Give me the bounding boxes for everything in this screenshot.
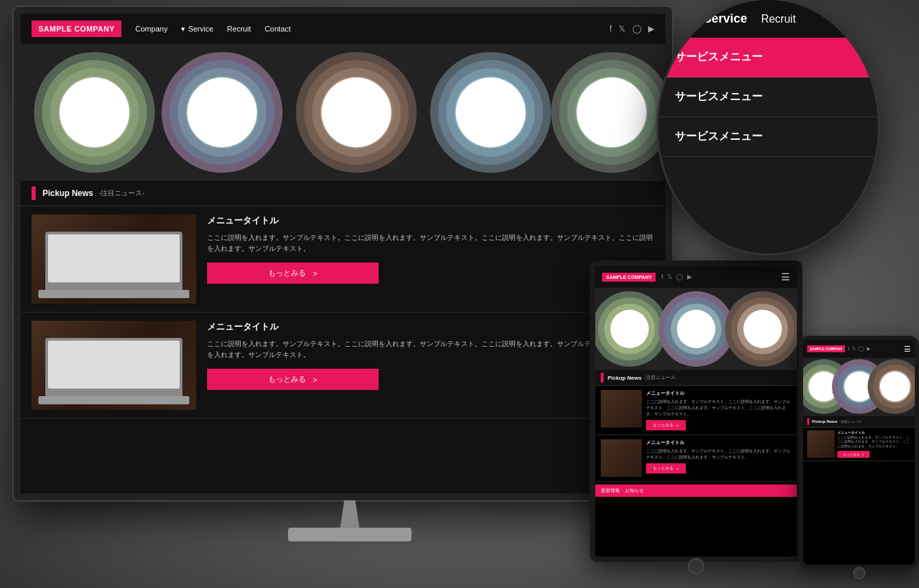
dropdown-item-3[interactable]: サービスメニュー xyxy=(658,117,878,157)
website-desktop: SAMPLE COMPANY Company ▾ Service Recruit… xyxy=(21,14,665,493)
tablet-logo[interactable]: SAMPLE COMPANY xyxy=(602,273,656,282)
tablet-news-header: Pickup News -注目ニュース- xyxy=(595,370,797,386)
dropdown-item-2[interactable]: サービスメニュー xyxy=(658,77,878,117)
news-content: メニュータイトル ここに説明を入れます。サンプルテキスト。ここに説明を入れます。… xyxy=(196,321,654,390)
monitor-stand xyxy=(288,500,411,541)
dropdown-item-1[interactable]: サービスメニュー xyxy=(658,38,878,77)
tablet-youtube-icon[interactable]: ▶ xyxy=(687,273,692,280)
monitor-neck xyxy=(336,500,363,528)
laptop-image xyxy=(32,321,196,410)
tablet-hamburger-icon[interactable]: ☰ xyxy=(781,271,790,282)
tablet-social: f 𝕏 ◯ ▶ xyxy=(661,273,781,280)
tablet-website: SAMPLE COMPANY f 𝕏 ◯ ▶ ☰ xyxy=(595,266,797,556)
more-button[interactable]: もっとみる > xyxy=(207,369,379,390)
tablet-instagram-icon[interactable]: ◯ xyxy=(676,273,683,280)
monitor: SAMPLE COMPANY Company ▾ Service Recruit… xyxy=(14,7,686,541)
desktop-navbar: SAMPLE COMPANY Company ▾ Service Recruit… xyxy=(21,14,665,44)
desktop-social-links: f 𝕏 ◯ ▶ xyxy=(610,24,654,34)
monitor-base xyxy=(288,528,411,541)
phone-screen: SAMPLE COMPANY f 𝕏 ◯ ▶ ☰ xyxy=(799,336,919,569)
tablet-device: SAMPLE COMPANY f 𝕏 ◯ ▶ ☰ xyxy=(590,260,802,562)
tablet-thumb xyxy=(601,390,642,428)
dropdown-nav-service[interactable]: ▾ Service xyxy=(695,12,748,27)
dropdown-navbar: any ▾ Service Recruit xyxy=(658,0,878,38)
tablet-screen: SAMPLE COMPANY f 𝕏 ◯ ▶ ☰ xyxy=(590,260,802,562)
phone-youtube-icon[interactable]: ▶ xyxy=(867,346,870,352)
phone-thumb xyxy=(807,430,835,458)
phone-instagram-icon[interactable]: ◯ xyxy=(859,346,864,352)
news-thumbnail xyxy=(32,215,196,304)
tablet-news-item: メニュータイトル ここに説明を入れます。サンプルテキスト。ここに説明を入れます。… xyxy=(595,386,797,435)
phone-news-bar xyxy=(807,418,809,425)
svg-point-31 xyxy=(456,77,526,147)
news-item-title: メニュータイトル xyxy=(207,215,654,227)
phone-logo[interactable]: SAMPLE COMPANY xyxy=(807,345,845,352)
tablet-home-button[interactable] xyxy=(688,558,704,574)
news-item: メニュータイトル ここに説明を入れます。サンプルテキスト。ここに説明を入れます。… xyxy=(21,313,665,419)
news-subtitle: -注目ニュース- xyxy=(99,188,145,198)
nav-link-company[interactable]: Company xyxy=(135,25,167,33)
dropdown-items: サービスメニュー サービスメニュー サービスメニュー xyxy=(658,38,878,254)
phone-news-header: Pickup News -注目ニュース- xyxy=(803,416,915,428)
news-accent-bar xyxy=(32,186,36,200)
desktop-news-items: メニュータイトル ここに説明を入れます。サンプルテキスト。ここに説明を入れます。… xyxy=(21,206,665,419)
news-item-text: ここに説明を入れます。サンプルテキスト。ここに説明を入れます。サンプルテキスト。… xyxy=(207,232,654,254)
laptop-base xyxy=(38,290,189,298)
phone-item-title: メニュータイトル xyxy=(837,430,911,434)
tablet-item-title: メニュータイトル xyxy=(646,390,791,397)
facebook-icon[interactable]: f xyxy=(610,24,612,34)
phone-more-button[interactable]: もっとみる > xyxy=(837,451,870,458)
youtube-icon[interactable]: ▶ xyxy=(648,24,654,34)
phone-social: f 𝕏 ◯ ▶ xyxy=(848,346,904,352)
tablet-facebook-icon[interactable]: f xyxy=(661,273,663,280)
news-title: Pickup News xyxy=(43,188,93,198)
tablet-more-button[interactable]: もっとみる > xyxy=(646,463,686,474)
tablet-hero xyxy=(595,288,797,370)
instagram-icon[interactable]: ◯ xyxy=(632,24,641,34)
tablet-news-subtitle: -注目ニュース- xyxy=(644,374,676,381)
news-content: メニュータイトル ここに説明を入れます。サンプルテキスト。ここに説明を入れます。… xyxy=(196,215,654,284)
tablet-news-content: メニュータイトル ここに説明を入れます。サンプルテキスト。ここに説明を入れます。… xyxy=(646,390,791,430)
twitter-icon[interactable]: 𝕏 xyxy=(619,24,625,34)
svg-point-43 xyxy=(610,310,649,348)
laptop-base xyxy=(38,396,189,404)
tablet-news-title: Pickup News xyxy=(608,375,641,381)
tablet-item-text: ここに説明を入れます。サンプルテキスト、ここに説明を入れます。サンプルテキスト、… xyxy=(646,448,791,461)
tablet-navbar: SAMPLE COMPANY f 𝕏 ◯ ▶ ☰ xyxy=(595,266,797,288)
phone-news-item: メニュータイトル ここに説明を入れます。サンプルテキスト、ここに説明を入れます。… xyxy=(803,428,915,461)
desktop-news-section: Pickup News -注目ニュース- xyxy=(21,181,665,493)
tablet-news-bar xyxy=(601,373,604,382)
phone-home-button[interactable] xyxy=(853,567,866,579)
svg-point-38 xyxy=(577,77,647,147)
phone-hamburger-icon[interactable]: ☰ xyxy=(904,345,911,354)
tablet-item-text: ここに説明を入れます。サンプルテキスト。ここに説明を入れます。サンプルテキスト、… xyxy=(646,399,791,417)
dropdown-menu-overlay: any ▾ Service Recruit サービスメニュー サービスメニュー … xyxy=(658,0,878,254)
phone-content: メニュータイトル ここに説明を入れます。サンプルテキスト、ここに説明を入れます。… xyxy=(837,430,911,458)
news-item-text: ここに説明を入れます。サンプルテキスト。ここに説明を入れます。サンプルテキスト。… xyxy=(207,339,654,360)
more-button[interactable]: もっとみる > xyxy=(207,262,379,284)
tablet-twitter-icon[interactable]: 𝕏 xyxy=(667,273,672,280)
svg-point-65 xyxy=(880,371,910,402)
laptop-image xyxy=(32,215,196,304)
phone-item-text: ここに説明を入れます。サンプルテキスト、ここに説明を入れます。サンプルテキスト、… xyxy=(837,436,911,449)
nav-link-recruit[interactable]: Recruit xyxy=(227,25,251,33)
phone-facebook-icon[interactable]: f xyxy=(848,346,849,352)
dropdown-chevron-icon: ▾ xyxy=(695,12,701,27)
tablet-more-button[interactable]: もっとみる > xyxy=(646,420,686,430)
tablet-item-title: メニュータイトル xyxy=(646,439,791,446)
phone-twitter-icon[interactable]: 𝕏 xyxy=(852,346,856,352)
desktop-logo[interactable]: SAMPLE COMPANY xyxy=(32,21,121,37)
tablet-news-item: メニュータイトル ここに説明を入れます。サンプルテキスト、ここに説明を入れます。… xyxy=(595,435,797,482)
svg-point-53 xyxy=(743,310,782,348)
phone-device: SAMPLE COMPANY f 𝕏 ◯ ▶ ☰ xyxy=(799,336,919,569)
phone-news-title: Pickup News xyxy=(812,419,837,424)
laptop-body xyxy=(45,232,182,293)
nav-link-service[interactable]: ▾ Service xyxy=(181,25,213,34)
nav-link-contact[interactable]: Contact xyxy=(265,25,291,33)
tablet-news-content: メニュータイトル ここに説明を入れます。サンプルテキスト、ここに説明を入れます。… xyxy=(646,439,791,477)
news-item-title: メニュータイトル xyxy=(207,321,654,333)
tablet-update-bar: 更新情報・お知らせ xyxy=(595,485,797,497)
dropdown-nav-recruit[interactable]: Recruit xyxy=(761,13,796,25)
svg-point-23 xyxy=(322,77,392,147)
phone-hero xyxy=(803,358,915,416)
